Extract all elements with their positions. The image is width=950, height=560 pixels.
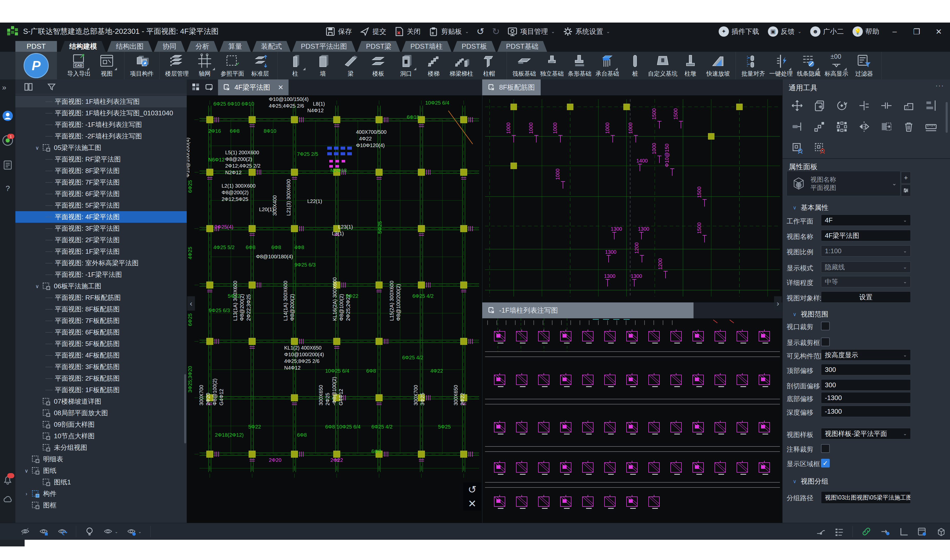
help-strip-button[interactable]: ? (2, 184, 13, 195)
tools-scrollbar[interactable] (945, 102, 948, 133)
toolbar-button-过滤器[interactable]: 过滤器 (850, 53, 878, 78)
toolbar-button-筏板基础[interactable]: 筏板基础 (510, 53, 538, 78)
tool-stretch-icon[interactable] (791, 120, 803, 133)
tree-row[interactable]: 平面视图: -1F墙柱列表注写图 (15, 119, 187, 131)
floating-window-tab-top[interactable]: 8F板配筋图 (482, 80, 541, 95)
tree-row[interactable]: 平面视图: 6F板配筋图 (15, 326, 187, 338)
tree-row[interactable]: 平面视图: 1F墙柱列表注写图_01031040 (15, 108, 187, 119)
tree-group-row[interactable]: 10节点大样图 (15, 430, 187, 442)
assistant-button[interactable]: ☻广小二 (810, 26, 844, 37)
tree-group-row[interactable]: 明细表 (15, 453, 187, 465)
toolbar-button-项目构件[interactable]: 项目构件 (128, 53, 156, 78)
tree-chevron-icon[interactable]: ∨ (33, 283, 41, 289)
tool-move-icon[interactable] (791, 100, 803, 112)
save-button[interactable]: 保存 (325, 26, 352, 37)
tree-group-row[interactable]: ∨ 06板平法施工图 (15, 280, 187, 292)
tree-group-row[interactable]: ∨ 图纸 (15, 465, 187, 477)
redo-button[interactable]: ↻ (492, 26, 500, 37)
common-tools-menu-icon[interactable]: ··· (935, 82, 944, 90)
tree-row[interactable]: 平面视图: RF板配筋图 (15, 292, 187, 303)
expand-strip-button[interactable]: » (2, 83, 13, 94)
notification-center-button[interactable]: 1 (2, 135, 13, 146)
pdst-logo-button[interactable]: P (23, 53, 49, 78)
clipboard-button[interactable]: 剪贴板⌄ (428, 26, 469, 37)
toolbar-button-标高显示[interactable]: ±00 标高显示 (822, 53, 850, 78)
tool-group-save-icon[interactable] (791, 142, 803, 154)
drawing-canvas-area[interactable]: 4F梁平法图 ✕ Φ10@100/150(4)4Φ25;4Φ25 2/6L8(1… (187, 80, 782, 523)
plugin-download-button[interactable]: ✦插件下载 (719, 26, 759, 37)
undo-button[interactable]: ↺ (477, 26, 484, 37)
tree-row[interactable]: 平面视图: 4F梁平法图 (15, 211, 187, 223)
toolbar-button-柱[interactable]: 柱 (281, 53, 309, 78)
viewport-crop-checkbox[interactable] (821, 322, 830, 330)
tree-row[interactable]: 平面视图: 5F板配筋图 (15, 338, 187, 349)
tree-row[interactable]: 平面视图: -2F墙柱列表注写图 (15, 131, 187, 142)
project-management-button[interactable]: 项目管理⌄ (507, 26, 555, 37)
feedback-button[interactable]: ▣反馈⌄ (768, 26, 802, 37)
show-crop-checkbox[interactable] (821, 337, 830, 346)
visible-range-select[interactable]: 按高度显示⌄ (821, 349, 911, 361)
toolbar-button-墙[interactable]: 墙 (309, 53, 337, 78)
status-hide-category-icon[interactable] (39, 527, 49, 537)
status-visibility-filter-icon[interactable]: ⌄ (127, 527, 141, 537)
tool-offset-icon[interactable] (902, 100, 915, 112)
work-plane-select[interactable]: 4F⌄ (821, 214, 911, 226)
object-style-settings-button[interactable]: 设置 (821, 291, 911, 303)
ribbon-tab-PDST梁[interactable]: PDST梁 (357, 41, 400, 52)
tree-row[interactable]: 平面视图: 2F梁平法图 (15, 234, 187, 246)
detail-level-select[interactable]: 中等⌄ (821, 276, 911, 287)
tree-group-row[interactable]: 08局部平面放大图 (15, 407, 187, 419)
toolbar-button-楼梯[interactable]: 楼梯 (420, 53, 447, 78)
tree-group-row[interactable]: 09剖面大样图 (15, 419, 187, 430)
message-bell-button[interactable] (2, 474, 13, 485)
toolbar-button-一键处理[interactable]: 一键处理 (767, 53, 795, 78)
toolbar-button-快速放坡[interactable]: 快速放坡 (704, 53, 732, 78)
app-menu-tab[interactable]: PDST (15, 41, 57, 52)
ribbon-tab-分析[interactable]: 分析 (187, 41, 218, 52)
view-template-select[interactable]: 视图样板-梁平法平面⌄ (821, 428, 911, 439)
restore-button[interactable]: ❐ (910, 27, 923, 36)
tree-group-row[interactable]: 07楼梯坡道详图 (15, 396, 187, 407)
status-visibility-icon[interactable]: ⌄ (103, 527, 118, 537)
status-pick-point-icon[interactable] (880, 527, 890, 537)
tree-row[interactable]: 平面视图: 1F板配筋图 (15, 384, 187, 396)
status-reset-hidden-icon[interactable] (57, 527, 67, 537)
top-offset-input[interactable]: 300 (821, 364, 911, 375)
ribbon-tab-PDST墙柱[interactable]: PDST墙柱 (402, 41, 452, 52)
toolbar-button-承台基础[interactable]: 承台基础 (594, 53, 621, 78)
scroll-right-arrow[interactable]: › (774, 296, 782, 311)
tree-group-row[interactable]: 图框 (15, 500, 187, 511)
cad-drawing-main[interactable]: Φ10@100/150(4)4Φ25;4Φ25 2/6L8(1)N4Φ126Φ2… (187, 95, 484, 523)
history-undo-icon[interactable]: ↺ (468, 485, 477, 495)
tool-array-path-icon[interactable] (813, 120, 826, 133)
close-doc-button[interactable]: 关闭 (394, 26, 421, 37)
toolbar-button-自定义基坑[interactable]: 自定义基坑 (649, 53, 677, 78)
system-settings-button[interactable]: 系统设置⌄ (563, 26, 610, 37)
toolbar-button-标准层[interactable]: 标准层 (246, 53, 274, 78)
ribbon-tab-结构建模[interactable]: 结构建模 (60, 41, 106, 52)
tree-group-row[interactable]: ∨ 05梁平法施工图 (15, 142, 187, 154)
status-temp-hide-icon[interactable] (85, 527, 95, 537)
active-view-tab[interactable]: 4F梁平法图 ✕ (218, 80, 288, 95)
view-scale-select[interactable]: 1:100⌄ (821, 245, 911, 257)
tree-row[interactable]: 平面视图: RF梁平法图 (15, 154, 187, 165)
user-avatar[interactable] (2, 110, 13, 122)
status-hide-element-icon[interactable] (20, 527, 30, 537)
property-filter-button[interactable] (901, 185, 911, 196)
annotation-crop-checkbox[interactable] (821, 444, 830, 453)
tool-array-icon[interactable] (836, 120, 848, 133)
tool-delete-icon[interactable] (902, 120, 915, 133)
submit-button[interactable]: 提交 (359, 26, 386, 37)
view-name-input[interactable]: 4F梁平法图 (821, 230, 911, 241)
ribbon-tab-算量[interactable]: 算量 (219, 41, 251, 52)
toolbar-button-梯梁梯柱[interactable]: 梯梁梯柱 (447, 53, 475, 78)
ribbon-tab-PDST平法出图[interactable]: PDST平法出图 (292, 41, 356, 52)
cloud-button[interactable] (2, 494, 13, 505)
minimize-button[interactable]: – (888, 27, 901, 36)
section-basic-props[interactable]: ∨基本属性 (793, 203, 828, 212)
toolbar-button-楼层管理[interactable]: 楼层管理 (163, 53, 191, 78)
section-view-range[interactable]: ∨视图范围 (793, 309, 828, 319)
scroll-left-arrow[interactable]: ‹ (187, 296, 195, 311)
ribbon-tab-PDST基础[interactable]: PDST基础 (497, 41, 547, 52)
tree-row[interactable]: 平面视图: 6F梁平法图 (15, 188, 187, 200)
